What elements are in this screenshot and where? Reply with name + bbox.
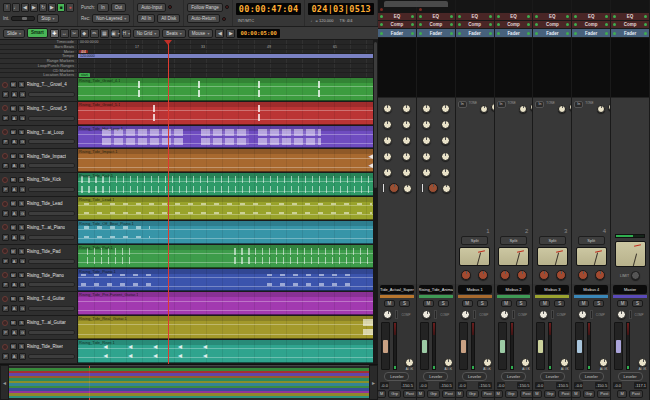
filter-slider[interactable]: [382, 183, 385, 193]
group-button[interactable]: G: [19, 234, 26, 241]
fader-cap[interactable]: [538, 340, 543, 353]
follow-range-button[interactable]: Follow Range: [187, 3, 223, 12]
ruler-content[interactable]: 00:00:00:00: [78, 40, 378, 44]
loop-icon[interactable]: ↻: [39, 3, 47, 12]
track-header[interactable]: MSRising_Tide_KickPAG: [0, 173, 78, 196]
width-slider[interactable]: [395, 310, 398, 319]
track-region[interactable]: Rising_Tide_Real_Guitar.1: [78, 316, 378, 339]
solo-button[interactable]: S: [18, 224, 25, 231]
group-button[interactable]: G: [19, 305, 26, 312]
meter-point-button-post[interactable]: Post: [481, 390, 495, 398]
track-gain-slider[interactable]: [28, 116, 76, 121]
mute-button[interactable]: M: [10, 248, 17, 255]
playlist-button[interactable]: P: [2, 115, 9, 122]
limit-knob[interactable]: [631, 271, 640, 280]
editor-vertical-scrollbar[interactable]: [373, 40, 378, 364]
drive-knob[interactable]: [578, 270, 588, 280]
leveler-button[interactable]: Leveler: [384, 372, 409, 381]
fader-processor[interactable]: Fader: [572, 29, 610, 38]
eq-knob[interactable]: [422, 168, 431, 177]
eq-knob[interactable]: [383, 104, 392, 113]
eq-processor[interactable]: EQ: [572, 13, 610, 21]
mute-button[interactable]: M: [10, 177, 17, 184]
ruler-content[interactable]: [78, 59, 378, 63]
eq-knob[interactable]: [383, 152, 392, 161]
width-slider[interactable]: [473, 310, 476, 319]
eq-knob[interactable]: [441, 168, 450, 177]
pan-knob[interactable]: [383, 310, 392, 319]
solo-button[interactable]: S: [18, 296, 25, 303]
fader-processor[interactable]: Fader: [495, 29, 533, 38]
processor-box[interactable]: [495, 38, 533, 98]
solo-button[interactable]: S: [18, 343, 25, 350]
eq-knob[interactable]: [383, 168, 392, 177]
group-button[interactable]: G: [19, 163, 26, 170]
eq-knob[interactable]: [403, 184, 412, 193]
width-slider[interactable]: [629, 310, 632, 319]
summary-scroll-left-icon[interactable]: ◂: [0, 365, 9, 400]
mute-button[interactable]: M: [10, 320, 17, 327]
playlist-button[interactable]: P: [2, 305, 9, 312]
processor-box[interactable]: [533, 38, 571, 98]
split-button[interactable]: Split: [461, 236, 488, 245]
strip-name-button[interactable]: Tide_Actual_Super: [380, 285, 414, 294]
stop-icon[interactable]: ■: [57, 3, 65, 12]
meter-point-button-m[interactable]: M: [617, 390, 626, 398]
attack-knob[interactable]: [483, 358, 492, 367]
mute-button[interactable]: M: [10, 296, 17, 303]
tone-in-button[interactable]: In: [458, 101, 467, 108]
fader-cap[interactable]: [383, 340, 388, 353]
solo-button[interactable]: S: [18, 105, 25, 112]
draw-tool[interactable]: ✏: [90, 29, 99, 38]
meter-point-button-m[interactable]: M: [416, 390, 425, 398]
shuttle-handle[interactable]: [22, 17, 27, 20]
punch-in-button[interactable]: In: [97, 3, 109, 12]
summary-stripes[interactable]: [9, 365, 369, 400]
tone-in-button[interactable]: In: [497, 101, 506, 108]
record-arm-button[interactable]: [2, 153, 8, 159]
primary-clock[interactable]: 00:00:47:04: [236, 3, 302, 15]
drive-knob[interactable]: [539, 270, 549, 280]
strip-name-button[interactable]: Master: [613, 285, 647, 294]
fader-cap[interactable]: [422, 340, 427, 353]
strip-solo-button[interactable]: S: [554, 300, 565, 307]
leveler-button[interactable]: Leveler: [462, 372, 487, 381]
playlist-button[interactable]: P: [2, 163, 9, 170]
ruler-area[interactable]: Timecode00:00:00:00Bars:Beats17334965Met…: [0, 40, 378, 78]
drive-knob[interactable]: [389, 183, 399, 193]
drive-knob[interactable]: [500, 270, 510, 280]
tone-in-button[interactable]: In: [535, 101, 544, 108]
strip-solo-button[interactable]: S: [438, 300, 449, 307]
automation-button[interactable]: A: [11, 353, 18, 360]
solo-button[interactable]: S: [18, 272, 25, 279]
automation-button[interactable]: A: [11, 163, 18, 170]
stretch-tool[interactable]: ◆: [80, 29, 89, 38]
track-gain-slider[interactable]: [28, 139, 76, 144]
eq-processor[interactable]: EQ: [495, 13, 533, 21]
track-header[interactable]: MSRising_T..._Growl_5PAG: [0, 102, 78, 125]
track-region[interactable]: Rising_Tide_Lead.1: [78, 197, 378, 220]
stop-behavior-dropdown[interactable]: Stop: [37, 14, 58, 23]
pan-knob[interactable]: [461, 310, 470, 319]
record-arm-button[interactable]: [2, 272, 8, 278]
track-region[interactable]: Rising_Tide_Pre-Furient_Guitar.1: [78, 292, 378, 315]
playlist-button[interactable]: P: [2, 329, 9, 336]
track-canvas[interactable]: MSRising_T..._Growl_4PAGRising_Tide_Grow…: [0, 78, 378, 364]
mute-button[interactable]: M: [10, 81, 17, 88]
fader-cap[interactable]: [461, 340, 466, 353]
meter-marker[interactable]: 4/4: [79, 50, 88, 54]
tone-knob[interactable]: [491, 103, 494, 111]
fader-cap[interactable]: [577, 340, 582, 353]
fader-cap[interactable]: [500, 340, 505, 353]
eq-knob[interactable]: [441, 136, 450, 145]
playlist-button[interactable]: P: [2, 91, 9, 98]
eq-knob[interactable]: [402, 136, 411, 145]
tone-knob[interactable]: [597, 105, 605, 113]
eq-knob[interactable]: [441, 104, 450, 113]
automation-button[interactable]: A: [11, 139, 18, 146]
width-slider[interactable]: [551, 310, 554, 319]
track-gain-slider[interactable]: [28, 282, 76, 287]
attack-knob[interactable]: [638, 358, 647, 367]
record-mode-dropdown[interactable]: Non-Layered: [92, 14, 130, 23]
strip-solo-button[interactable]: S: [593, 300, 604, 307]
